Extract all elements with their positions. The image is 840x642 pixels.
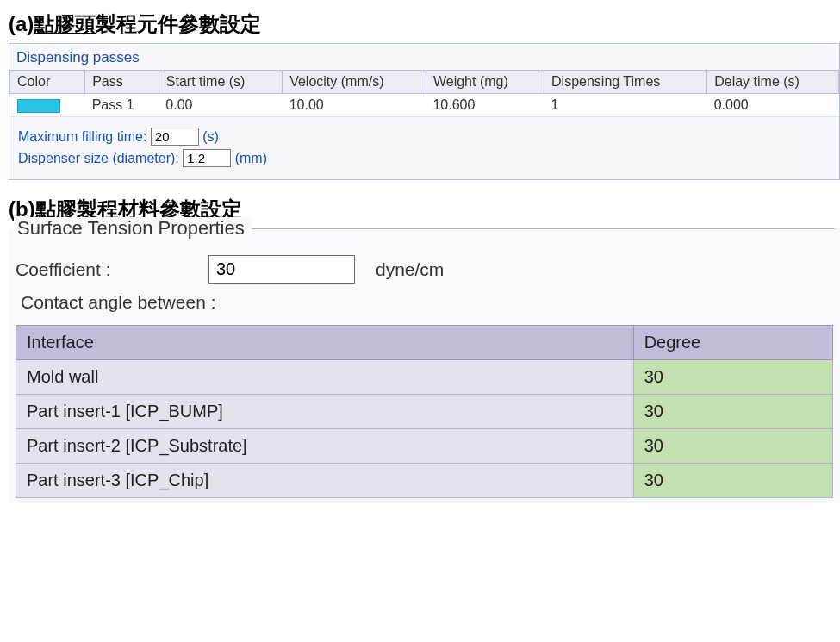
- col-degree[interactable]: Degree: [633, 326, 832, 360]
- contact-angle-label: Contact angle between :: [21, 292, 833, 313]
- dispensing-passes-panel: Dispensing passes Color Pass Start time …: [9, 43, 840, 180]
- cell-velocity[interactable]: 10.00: [283, 94, 426, 117]
- cell-color[interactable]: [10, 94, 85, 117]
- cell-degree[interactable]: 30: [633, 429, 832, 464]
- cell-pass[interactable]: Pass 1: [85, 94, 159, 117]
- dispenser-size-label: Dispenser size (diameter):: [18, 151, 179, 165]
- table-row[interactable]: Part insert-2 [ICP_Substrate] 30: [16, 429, 833, 464]
- table-row[interactable]: Part insert-1 [ICP_BUMP] 30: [16, 395, 833, 429]
- cell-degree[interactable]: 30: [633, 464, 832, 498]
- coefficient-input[interactable]: [208, 255, 355, 284]
- dispenser-size-unit: (mm): [235, 151, 267, 165]
- table-row[interactable]: Part insert-3 [ICP_Chip] 30: [16, 464, 833, 498]
- cell-degree[interactable]: 30: [633, 360, 832, 395]
- caption-a-prefix: (a): [9, 12, 34, 35]
- dispensing-passes-title: Dispensing passes: [9, 44, 839, 70]
- dispenser-size-input[interactable]: [183, 149, 231, 167]
- caption-a-underlined: 點膠頭: [34, 12, 96, 35]
- cell-weight[interactable]: 10.600: [426, 94, 544, 117]
- col-delay[interactable]: Delay time (s): [707, 71, 839, 94]
- cell-degree[interactable]: 30: [633, 395, 832, 429]
- cell-disptimes[interactable]: 1: [544, 94, 707, 117]
- caption-a-rest: 製程元件參數設定: [96, 12, 261, 35]
- col-start[interactable]: Start time (s): [159, 71, 282, 94]
- cell-interface[interactable]: Part insert-1 [ICP_BUMP]: [16, 395, 634, 429]
- cell-start[interactable]: 0.00: [159, 94, 282, 117]
- coefficient-unit: dyne/cm: [376, 259, 444, 280]
- table-row[interactable]: Mold wall 30: [16, 360, 833, 395]
- col-pass[interactable]: Pass: [85, 71, 159, 94]
- max-fill-label: Maximum filling time:: [18, 129, 146, 144]
- contact-angle-table: Interface Degree Mold wall 30 Part inser…: [16, 325, 833, 498]
- cell-interface[interactable]: Part insert-2 [ICP_Substrate]: [16, 429, 634, 464]
- table-row[interactable]: Pass 1 0.00 10.00 10.600 1 0.000: [10, 94, 839, 117]
- col-interface[interactable]: Interface: [16, 326, 634, 360]
- surface-tension-panel: Surface Tension Properties Coefficient :…: [9, 228, 840, 503]
- col-color[interactable]: Color: [10, 71, 85, 94]
- coefficient-label: Coefficient :: [16, 259, 188, 280]
- dispensing-params: Maximum filling time: (s) Dispenser size…: [9, 117, 839, 179]
- col-disptimes[interactable]: Dispensing Times: [544, 71, 707, 94]
- dispensing-passes-table: Color Pass Start time (s) Velocity (mm/s…: [9, 70, 839, 117]
- col-weight[interactable]: Weight (mg): [426, 71, 544, 94]
- max-fill-input[interactable]: [151, 128, 199, 146]
- cell-interface[interactable]: Mold wall: [16, 360, 634, 395]
- caption-a: (a)點膠頭製程元件參數設定: [9, 10, 831, 38]
- cell-interface[interactable]: Part insert-3 [ICP_Chip]: [16, 464, 634, 498]
- cell-delay[interactable]: 0.000: [707, 94, 839, 117]
- surface-tension-legend: Surface Tension Properties: [14, 217, 252, 240]
- col-velocity[interactable]: Velocity (mm/s): [283, 71, 426, 94]
- max-fill-unit: (s): [202, 129, 219, 144]
- pass-color-swatch: [17, 99, 60, 113]
